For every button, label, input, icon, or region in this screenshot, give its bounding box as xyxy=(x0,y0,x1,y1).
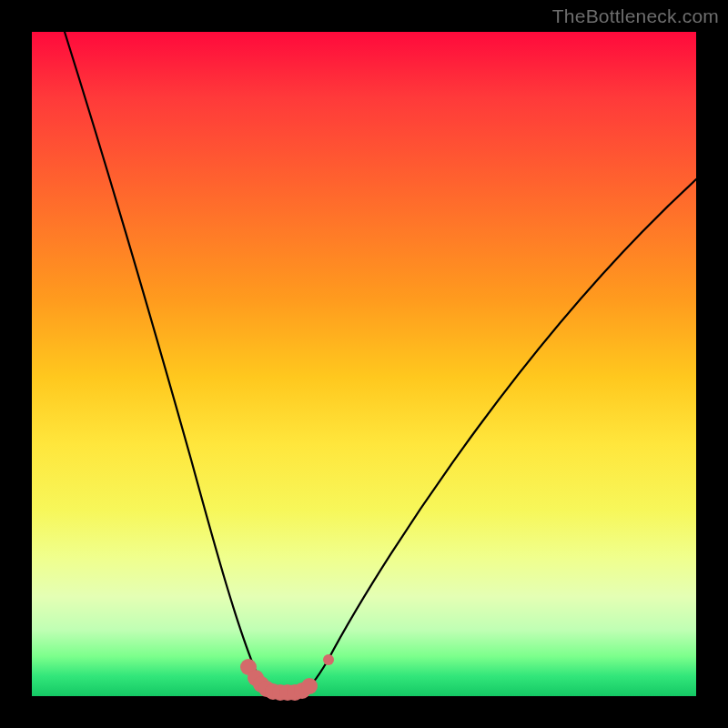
plot-area xyxy=(32,32,696,696)
curve-svg xyxy=(32,32,696,696)
marker-dot xyxy=(323,654,334,665)
chart-frame: TheBottleneck.com xyxy=(0,0,728,728)
watermark-text: TheBottleneck.com xyxy=(552,5,719,27)
bottleneck-curve xyxy=(65,32,696,693)
marker-dot xyxy=(301,678,318,694)
marker-group xyxy=(240,654,334,701)
